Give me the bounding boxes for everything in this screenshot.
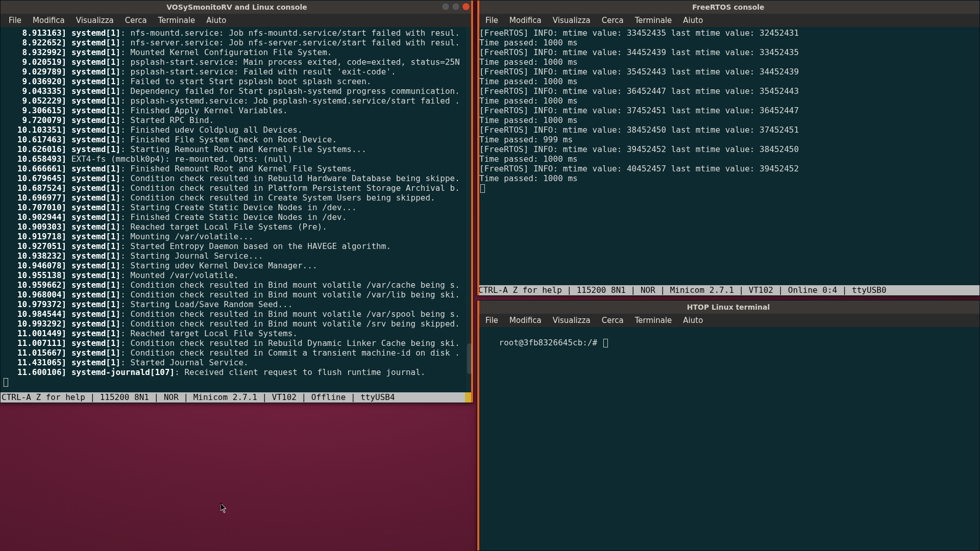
menubar-linux: File Modifica Visualizza Cerca Terminale…	[1, 14, 473, 27]
log-line: 9.029789] systemd[1]: psplash-start.serv…	[3, 67, 471, 77]
menu-terminale[interactable]: Terminale	[630, 315, 677, 326]
menu-cerca[interactable]: Cerca	[597, 315, 629, 326]
log-line: 9.020519] systemd[1]: psplash-start.serv…	[3, 57, 471, 67]
log-line: 10.696977] systemd[1]: Condition check r…	[3, 193, 471, 203]
log-line: 10.626016] systemd[1]: Starting Remount …	[3, 144, 471, 154]
log-line: 10.666661] systemd[1]: Finished Remount …	[3, 164, 471, 173]
log-line: 9.052229] systemd[1]: psplash-systemd.se…	[3, 96, 471, 106]
log-line: [FreeRTOS] INFO: mtime value: 39452452 l…	[479, 144, 977, 154]
log-line: 8.913163] systemd[1]: nfs-mountd.service…	[3, 28, 471, 38]
menu-file[interactable]: File	[4, 15, 27, 26]
minicom-statusbar-freertos: CTRL-A Z for help | 115200 8N1 | NOR | M…	[477, 285, 979, 295]
log-line: [FreeRTOS] INFO: mtime value: 34452439 l…	[479, 47, 977, 57]
terminal-output-linux[interactable]: 8.913163] systemd[1]: nfs-mountd.service…	[1, 27, 473, 392]
titlebar-freertos[interactable]: FreeRTOS console	[477, 1, 979, 14]
log-line: 10.968004] systemd[1]: Condition check r…	[3, 290, 471, 299]
minicom-statusbar-linux: CTRL-A Z for help | 115200 8N1 | NOR | M…	[1, 392, 473, 403]
menu-cerca[interactable]: Cerca	[597, 15, 629, 26]
log-line: 10.993292] systemd[1]: Condition check r…	[3, 319, 471, 329]
menu-aiuto[interactable]: Aiuto	[678, 315, 708, 326]
log-line: 8.922652] systemd[1]: nfs-server.service…	[3, 38, 471, 47]
log-line: Time passed: 1000 ms	[479, 154, 977, 164]
window-title: HTOP Linux terminal	[687, 303, 770, 311]
maximize-icon[interactable]	[452, 3, 460, 11]
menubar-freertos: File Modifica Visualizza Cerca Terminale…	[477, 14, 979, 27]
window-freertos-console: FreeRTOS console File Modifica Visualizz…	[477, 0, 980, 296]
log-line: 9.306615] systemd[1]: Finished Apply Ker…	[3, 106, 471, 115]
log-line: 10.902944] systemd[1]: Finished Create S…	[3, 212, 471, 222]
menu-file[interactable]: File	[480, 315, 503, 326]
menu-aiuto[interactable]: Aiuto	[678, 15, 708, 26]
log-line: Time passed: 999 ms	[479, 135, 977, 144]
menu-visualizza[interactable]: Visualizza	[71, 15, 119, 26]
terminal-output-freertos[interactable]: [FreeRTOS] INFO: mtime value: 33452435 l…	[477, 27, 979, 285]
menu-modifica[interactable]: Modifica	[28, 15, 70, 26]
log-line: 8.932992] systemd[1]: Mounted Kernel Con…	[3, 47, 471, 57]
log-line: [FreeRTOS] INFO: mtime value: 37452451 l…	[479, 106, 977, 115]
log-line: Time passed: 1000 ms	[479, 77, 977, 86]
log-line: 10.946078] systemd[1]: Starting udev Ker…	[3, 261, 471, 270]
log-line: 11.431065] systemd[1]: Started Journal S…	[3, 358, 471, 367]
minimize-icon[interactable]	[442, 3, 450, 11]
menu-terminale[interactable]: Terminale	[153, 15, 201, 26]
log-line: 9.036920] systemd[1]: Failed to start St…	[3, 77, 471, 86]
shell-prompt: root@3fb8326645cb:/#	[499, 338, 602, 347]
log-line: 10.938232] systemd[1]: Starting Journal …	[3, 251, 471, 261]
menubar-htop: File Modifica Visualizza Cerca Terminale…	[477, 314, 979, 327]
scrollbar[interactable]	[466, 27, 473, 391]
log-line: 11.001449] systemd[1]: Reached target Lo…	[3, 329, 471, 338]
status-marker-icon	[465, 392, 471, 403]
log-line: 11.600106] systemd-journald[107]: Receiv…	[3, 367, 471, 377]
log-line: Time passed: 1000 ms	[479, 57, 977, 67]
menu-file[interactable]: File	[480, 15, 503, 26]
cursor-icon	[603, 339, 608, 347]
log-line: 10.927051] systemd[1]: Started Entropy D…	[3, 241, 471, 251]
log-line: 10.687524] systemd[1]: Condition check r…	[3, 183, 471, 193]
window-linux-console: VOSySmonitoRV and Linux console File Mod…	[0, 0, 474, 403]
log-line: [FreeRTOS] INFO: mtime value: 33452435 l…	[479, 28, 977, 38]
log-line: 10.909303] systemd[1]: Reached target Lo…	[3, 222, 471, 232]
menu-modifica[interactable]: Modifica	[504, 315, 547, 326]
menu-terminale[interactable]: Terminale	[630, 15, 677, 26]
menu-visualizza[interactable]: Visualizza	[548, 315, 596, 326]
log-line: 10.658493] EXT4-fs (mmcblk0p4): re-mount…	[3, 154, 471, 164]
log-line: 10.679645] systemd[1]: Condition check r…	[3, 173, 471, 183]
log-line: Time passed: 1000 ms	[479, 173, 977, 183]
log-line: Time passed: 1000 ms	[479, 115, 977, 125]
log-line: Time passed: 1000 ms	[479, 38, 977, 47]
log-line: 10.984544] systemd[1]: Condition check r…	[3, 309, 471, 319]
window-title: FreeRTOS console	[692, 3, 764, 11]
log-line: [FreeRTOS] INFO: mtime value: 38452450 l…	[479, 125, 977, 135]
close-icon[interactable]	[462, 3, 470, 11]
window-accent-left	[477, 300, 479, 550]
log-line: 10.979372] systemd[1]: Starting Load/Sav…	[3, 299, 471, 309]
titlebar-htop[interactable]: HTOP Linux terminal	[477, 300, 979, 314]
terminal-output-htop[interactable]: root@3fb8326645cb:/#	[477, 327, 979, 550]
menu-cerca[interactable]: Cerca	[120, 15, 152, 26]
log-line: [FreeRTOS] INFO: mtime value: 36452447 l…	[479, 86, 977, 96]
window-htop-terminal: HTOP Linux terminal File Modifica Visual…	[477, 300, 980, 551]
menu-visualizza[interactable]: Visualizza	[548, 15, 596, 26]
log-line: 10.707010] systemd[1]: Starting Create S…	[3, 203, 471, 212]
log-line: 10.103351] systemd[1]: Finished udev Col…	[3, 125, 471, 135]
log-line: Time passed: 1000 ms	[479, 96, 977, 106]
window-title: VOSySmonitoRV and Linux console	[166, 3, 307, 11]
window-accent-left	[477, 1, 479, 295]
titlebar-linux[interactable]: VOSySmonitoRV and Linux console	[1, 1, 473, 14]
log-line: 10.955138] systemd[1]: Mounted /var/vola…	[3, 270, 471, 280]
log-line: [FreeRTOS] INFO: mtime value: 35452443 l…	[479, 67, 977, 77]
menu-modifica[interactable]: Modifica	[504, 15, 547, 26]
log-line: [FreeRTOS] INFO: mtime value: 40452457 l…	[479, 164, 977, 173]
log-line: 9.043335] systemd[1]: Dependency failed …	[3, 86, 471, 96]
log-line: 11.007111] systemd[1]: Condition check r…	[3, 338, 471, 348]
log-line: 10.919718] systemd[1]: Mounting /var/vol…	[3, 232, 471, 241]
mouse-pointer-icon	[220, 503, 227, 512]
log-line: 9.720079] systemd[1]: Started RPC Bind.	[3, 115, 471, 125]
menu-aiuto[interactable]: Aiuto	[201, 15, 231, 26]
log-line: 11.015667] systemd[1]: Condition check r…	[3, 348, 471, 358]
scrollbar-thumb[interactable]	[467, 343, 472, 374]
log-line: 10.959662] systemd[1]: Condition check r…	[3, 280, 471, 290]
log-line: 10.617463] systemd[1]: Finished File Sys…	[3, 135, 471, 144]
